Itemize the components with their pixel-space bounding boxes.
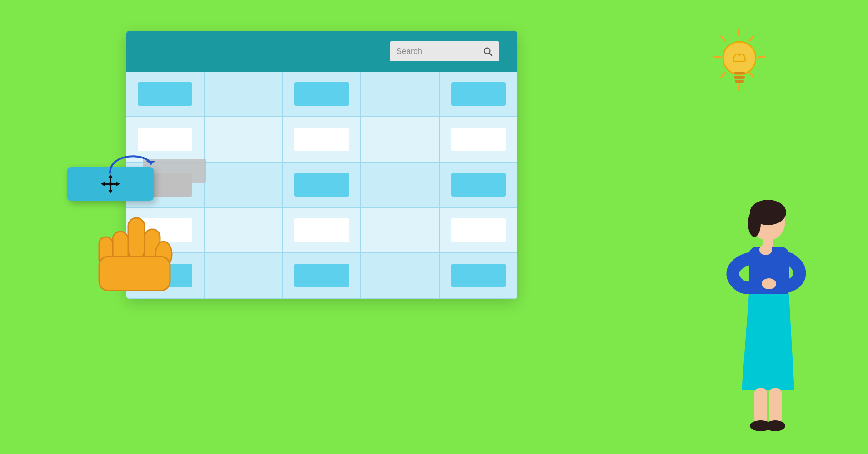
woman-figure bbox=[718, 191, 809, 445]
lightbulb bbox=[710, 27, 769, 102]
svg-point-20 bbox=[748, 210, 761, 237]
table-cell bbox=[205, 208, 283, 252]
svg-marker-9 bbox=[116, 182, 120, 186]
table-cell bbox=[283, 72, 361, 116]
app-header: Search bbox=[126, 31, 517, 72]
cell-block-white bbox=[451, 128, 506, 151]
cell-block-blue bbox=[138, 82, 192, 106]
search-icon bbox=[483, 46, 493, 56]
svg-rect-39 bbox=[734, 72, 745, 74]
table-cell bbox=[440, 117, 517, 162]
table-row bbox=[126, 72, 517, 117]
table-row bbox=[126, 117, 517, 163]
svg-line-36 bbox=[749, 73, 753, 77]
svg-point-37 bbox=[723, 42, 756, 74]
svg-rect-12 bbox=[128, 218, 145, 259]
svg-point-28 bbox=[765, 420, 785, 431]
svg-line-33 bbox=[721, 36, 725, 41]
table-cell bbox=[283, 208, 361, 252]
svg-rect-8 bbox=[105, 183, 109, 185]
table-cell bbox=[361, 72, 439, 116]
search-placeholder-text: Search bbox=[396, 47, 483, 56]
svg-rect-6 bbox=[110, 185, 111, 190]
table-cell bbox=[440, 72, 517, 116]
table-cell bbox=[205, 163, 283, 207]
table-cell bbox=[283, 253, 361, 298]
svg-point-24 bbox=[762, 278, 776, 289]
scene: Search bbox=[0, 0, 868, 454]
svg-line-34 bbox=[749, 36, 753, 41]
svg-marker-2 bbox=[145, 161, 156, 164]
table-cell bbox=[440, 163, 517, 207]
svg-rect-10 bbox=[112, 183, 116, 185]
cell-block-white bbox=[294, 218, 349, 242]
table-row bbox=[126, 253, 517, 299]
hand-pointer bbox=[95, 204, 177, 306]
table-cell bbox=[126, 72, 205, 116]
table-cell bbox=[440, 208, 517, 252]
table-cell bbox=[205, 117, 283, 162]
cell-block-blue bbox=[451, 173, 506, 197]
svg-marker-5 bbox=[108, 190, 113, 193]
table-cell bbox=[283, 163, 361, 207]
svg-rect-26 bbox=[769, 388, 782, 424]
cell-block-blue bbox=[294, 173, 349, 197]
table-cell bbox=[361, 163, 439, 207]
svg-point-23 bbox=[759, 244, 772, 255]
svg-rect-41 bbox=[735, 80, 744, 83]
table-row bbox=[126, 208, 517, 253]
cell-block-blue bbox=[451, 264, 506, 287]
cell-block-blue bbox=[294, 82, 349, 106]
svg-marker-7 bbox=[101, 182, 105, 186]
table-cell bbox=[205, 253, 283, 298]
table-cell bbox=[440, 253, 517, 298]
cell-block-white bbox=[451, 218, 506, 242]
cell-block-blue bbox=[294, 264, 349, 287]
svg-line-35 bbox=[721, 73, 725, 77]
drag-arrow bbox=[105, 148, 160, 180]
table-cell bbox=[361, 208, 439, 252]
table-cell bbox=[361, 253, 439, 298]
svg-rect-17 bbox=[99, 257, 170, 291]
table-cell bbox=[205, 72, 283, 116]
cell-block-white bbox=[294, 128, 349, 151]
svg-rect-40 bbox=[734, 76, 745, 79]
search-box[interactable]: Search bbox=[390, 41, 499, 61]
svg-point-11 bbox=[109, 182, 112, 186]
svg-rect-25 bbox=[754, 388, 767, 424]
svg-line-1 bbox=[489, 53, 492, 55]
table-cell bbox=[361, 117, 439, 162]
table-body bbox=[126, 72, 517, 299]
table-cell bbox=[283, 117, 361, 162]
cell-block-blue bbox=[451, 82, 506, 106]
